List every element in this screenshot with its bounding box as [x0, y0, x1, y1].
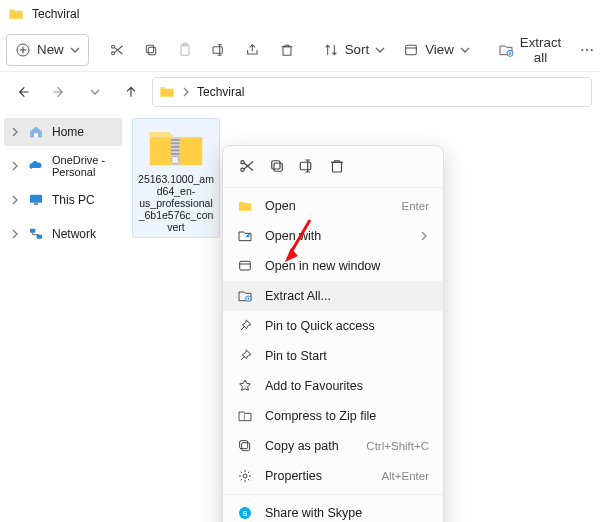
- menu-label: Open in new window: [265, 259, 429, 273]
- menu-item-open-with[interactable]: Open with: [223, 221, 443, 251]
- folder-icon: [8, 6, 24, 22]
- extract-all-label: Extract all: [520, 35, 561, 65]
- new-button-label: New: [37, 42, 64, 57]
- ellipsis-icon: [579, 42, 595, 58]
- scissors-icon: [109, 42, 125, 58]
- copy-icon: [143, 42, 159, 58]
- menu-item-compress-zip[interactable]: Compress to Zip file: [223, 401, 443, 431]
- svg-rect-21: [171, 146, 180, 148]
- svg-rect-15: [34, 203, 38, 204]
- trash-icon[interactable]: [327, 156, 347, 176]
- svg-point-13: [591, 48, 593, 50]
- menu-item-pin-quick-access[interactable]: Pin to Quick access: [223, 311, 443, 341]
- menu-item-share-skype[interactable]: S Share with Skype: [223, 498, 443, 522]
- sidebar-item-label: OneDrive - Personal: [52, 154, 116, 178]
- zip-icon: [237, 408, 253, 424]
- scissors-icon[interactable]: [237, 156, 257, 176]
- sort-icon: [323, 42, 339, 58]
- pin-icon: [237, 318, 253, 334]
- menu-label: Open with: [265, 229, 407, 243]
- svg-point-1: [111, 45, 114, 48]
- sidebar-item-home[interactable]: Home: [4, 118, 122, 146]
- menu-accelerator: Enter: [402, 200, 430, 212]
- nav-bar: Techviral: [0, 72, 600, 112]
- sort-label: Sort: [345, 42, 369, 57]
- menu-accelerator: Alt+Enter: [381, 470, 429, 482]
- delete-button[interactable]: [271, 34, 303, 66]
- open-icon: [237, 198, 253, 214]
- zip-folder-icon: [148, 123, 204, 169]
- menu-label: Add to Favourites: [265, 379, 429, 393]
- breadcrumb-current[interactable]: Techviral: [197, 85, 244, 99]
- sidebar-item-network[interactable]: Network: [4, 220, 122, 248]
- svg-rect-23: [171, 153, 180, 155]
- context-menu: Open Enter Open with Open in new window …: [222, 145, 444, 522]
- cut-button[interactable]: [101, 34, 133, 66]
- chevron-right-icon: [10, 229, 20, 239]
- svg-rect-22: [171, 150, 180, 152]
- sort-button[interactable]: Sort: [315, 34, 393, 66]
- menu-item-extract-all[interactable]: Extract All...: [223, 281, 443, 311]
- svg-rect-31: [240, 261, 251, 270]
- svg-point-35: [243, 474, 247, 478]
- up-button[interactable]: [116, 77, 146, 107]
- svg-rect-16: [30, 229, 35, 233]
- svg-point-12: [586, 48, 588, 50]
- extract-all-button[interactable]: Extract all: [490, 34, 569, 66]
- copy-button[interactable]: [135, 34, 167, 66]
- pin-icon: [237, 348, 253, 364]
- menu-accelerator: Ctrl+Shift+C: [366, 440, 429, 452]
- sidebar-item-onedrive[interactable]: OneDrive - Personal: [4, 152, 122, 180]
- svg-rect-4: [146, 45, 153, 52]
- share-icon: [245, 42, 261, 58]
- menu-item-properties[interactable]: Properties Alt+Enter: [223, 461, 443, 491]
- copy-icon[interactable]: [267, 156, 287, 176]
- address-bar[interactable]: Techviral: [152, 77, 592, 107]
- menu-label: Open: [265, 199, 390, 213]
- clipboard-icon: [177, 42, 193, 58]
- more-button[interactable]: [571, 34, 600, 66]
- trash-icon: [279, 42, 295, 58]
- svg-rect-33: [242, 443, 250, 451]
- monitor-icon: [28, 192, 44, 208]
- sidebar-item-this-pc[interactable]: This PC: [4, 186, 122, 214]
- recent-button[interactable]: [80, 77, 110, 107]
- file-tile[interactable]: 25163.1000_amd64_en-us_professional_6b1e…: [132, 118, 220, 238]
- sidebar-item-label: Network: [52, 227, 96, 241]
- file-name: 25163.1000_amd64_en-us_professional_6b1e…: [137, 173, 215, 233]
- back-button[interactable]: [8, 77, 38, 107]
- svg-rect-7: [213, 46, 222, 53]
- rename-icon[interactable]: [297, 156, 317, 176]
- menu-item-pin-start[interactable]: Pin to Start: [223, 341, 443, 371]
- menu-label: Pin to Start: [265, 349, 429, 363]
- view-button[interactable]: View: [395, 34, 478, 66]
- separator: [223, 494, 443, 495]
- menu-label: Pin to Quick access: [265, 319, 429, 333]
- view-label: View: [425, 42, 454, 57]
- title-bar: Techviral: [0, 0, 600, 28]
- forward-button[interactable]: [44, 77, 74, 107]
- menu-label: Properties: [265, 469, 369, 483]
- window-title: Techviral: [32, 7, 79, 21]
- new-window-icon: [237, 258, 253, 274]
- menu-item-copy-path[interactable]: Copy as path Ctrl+Shift+C: [223, 431, 443, 461]
- svg-point-11: [582, 48, 584, 50]
- menu-item-open[interactable]: Open Enter: [223, 191, 443, 221]
- chevron-right-icon: [10, 161, 20, 171]
- chevron-down-icon: [375, 45, 385, 55]
- chevron-down-icon: [70, 45, 80, 55]
- rename-button[interactable]: [203, 34, 235, 66]
- new-button[interactable]: New: [6, 34, 89, 66]
- chevron-right-icon: [181, 87, 191, 97]
- folder-icon: [159, 84, 175, 100]
- share-button[interactable]: [237, 34, 269, 66]
- cloud-icon: [28, 158, 44, 174]
- paste-button[interactable]: [169, 34, 201, 66]
- view-icon: [403, 42, 419, 58]
- menu-item-add-favourites[interactable]: Add to Favourites: [223, 371, 443, 401]
- menu-item-open-new-window[interactable]: Open in new window: [223, 251, 443, 281]
- svg-rect-24: [172, 157, 179, 164]
- plus-circle-icon: [15, 42, 31, 58]
- copy-path-icon: [237, 438, 253, 454]
- svg-rect-19: [171, 139, 180, 141]
